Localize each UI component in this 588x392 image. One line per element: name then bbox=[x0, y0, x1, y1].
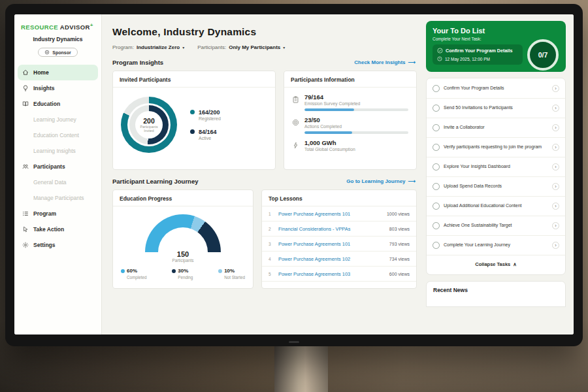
chevron-up-icon: ∧ bbox=[513, 261, 517, 267]
monitor-bezel: RESOURCE ADVISOR+ Industry Dynamics Spon… bbox=[5, 4, 583, 346]
lesson-rank: 4 bbox=[269, 257, 274, 261]
task-row[interactable]: Confirm Your Program Details › bbox=[427, 79, 565, 99]
sidebar-item-general-data[interactable]: General Data bbox=[14, 174, 101, 190]
survey-icon bbox=[292, 94, 299, 111]
task-checkbox[interactable] bbox=[433, 124, 440, 131]
lesson-link[interactable]: Power Purchase Agreements 103 bbox=[278, 271, 385, 277]
chevron-right-icon[interactable]: › bbox=[552, 203, 559, 210]
content-area: Welcome, Industry Dynamics Program: Indu… bbox=[102, 14, 574, 335]
task-label: Upload Spend Data Records bbox=[444, 184, 548, 189]
stat-label: Total Global Consumption bbox=[304, 147, 408, 152]
lesson-views: 734 views bbox=[389, 257, 410, 261]
task-row[interactable]: Send 50 Invitations to Participants › bbox=[427, 99, 565, 118]
program-filter-dropdown[interactable]: Program: Industrialize Zero ▾ bbox=[112, 44, 184, 50]
chevron-right-icon[interactable]: › bbox=[552, 222, 559, 229]
sidebar-item-take-action[interactable]: Take Action bbox=[14, 221, 101, 237]
progress-fill bbox=[304, 108, 354, 111]
task-checkbox[interactable] bbox=[433, 242, 440, 249]
participants-filter-dropdown[interactable]: Participants: Only My Participants ▾ bbox=[197, 44, 285, 50]
legend-label: Active bbox=[199, 136, 217, 140]
task-checkbox[interactable] bbox=[433, 183, 440, 190]
donut-center-label: Participants Invited bbox=[138, 125, 160, 133]
next-task-chip[interactable]: Confirm Your Program Details 12 May 2025… bbox=[433, 44, 523, 65]
book-icon bbox=[22, 101, 29, 107]
todo-title: Your To Do List bbox=[433, 27, 559, 35]
lesson-views: 1000 views bbox=[387, 212, 410, 216]
task-row[interactable]: Invite a Collaborator › bbox=[427, 118, 565, 138]
task-label: Confirm Your Program Details bbox=[444, 86, 548, 91]
todo-progress-ring: 0/7 bbox=[527, 39, 559, 71]
task-checkbox[interactable] bbox=[433, 85, 440, 92]
link-label: Go to Learning Journey bbox=[346, 178, 405, 184]
sidebar-item-manage-participants[interactable]: Manage Participants bbox=[14, 190, 101, 206]
sidebar: RESOURCE ADVISOR+ Industry Dynamics Spon… bbox=[14, 14, 102, 335]
task-row[interactable]: Upload Spend Data Records › bbox=[427, 177, 565, 197]
sidebar-item-participants[interactable]: Participants bbox=[14, 159, 101, 174]
task-row[interactable]: Upload Additional Educational Content › bbox=[427, 197, 565, 216]
lesson-link[interactable]: Financial Considerations - VPPAs bbox=[278, 226, 385, 232]
go-to-learning-journey-link[interactable]: Go to Learning Journey ⟶ bbox=[346, 178, 416, 184]
donut-center-value: 200 bbox=[143, 117, 155, 125]
next-task-label: Confirm Your Program Details bbox=[446, 48, 512, 54]
chevron-right-icon[interactable]: › bbox=[552, 163, 559, 171]
legend-entry-not-started: 10% Not Started bbox=[218, 268, 245, 280]
stat-emission-survey: 79/164 Emission Survey Completed bbox=[292, 93, 408, 111]
sidebar-item-education[interactable]: Education bbox=[14, 96, 101, 112]
task-checkbox[interactable] bbox=[433, 222, 440, 229]
sidebar-item-label: Insights bbox=[33, 85, 55, 91]
lesson-link[interactable]: Power Purchase Agreements 102 bbox=[278, 256, 385, 262]
sidebar-item-label: Home bbox=[33, 69, 49, 76]
logo-secondary: ADVISOR bbox=[60, 24, 90, 31]
task-row[interactable]: Achieve One Sustainability Target › bbox=[427, 216, 565, 236]
task-checkbox[interactable] bbox=[433, 163, 440, 171]
sidebar-item-learning-journey[interactable]: Learning Journey bbox=[14, 112, 101, 127]
sidebar-item-home[interactable]: Home bbox=[18, 65, 98, 80]
sidebar-item-label: Manage Participants bbox=[33, 195, 84, 201]
lesson-link[interactable]: Power Purchase Agreements 101 bbox=[278, 241, 385, 247]
task-checkbox[interactable] bbox=[433, 203, 440, 210]
chevron-right-icon[interactable]: › bbox=[552, 242, 559, 249]
stat-label: Emission Survey Completed bbox=[304, 101, 408, 106]
sponsor-badge-label: Sponsor bbox=[52, 50, 71, 55]
program-filter-value: Industrialize Zero bbox=[137, 44, 180, 50]
card-title: Education Progress bbox=[113, 190, 253, 206]
task-label: Invite a Collaborator bbox=[444, 125, 548, 131]
todo-column: Your To Do List Complete Your Next Task:… bbox=[425, 14, 574, 335]
chevron-right-icon[interactable]: › bbox=[552, 183, 559, 190]
home-icon bbox=[22, 69, 29, 76]
gauge-center-label: Participants bbox=[145, 258, 221, 263]
lesson-row: 1 Power Purchase Agreements 101 1000 vie… bbox=[262, 206, 416, 221]
chevron-right-icon[interactable]: › bbox=[552, 124, 559, 131]
chevron-right-icon[interactable]: › bbox=[552, 144, 559, 151]
sidebar-item-program[interactable]: Program bbox=[14, 206, 101, 221]
invited-donut-chart: 200 Participants Invited bbox=[121, 97, 177, 153]
participants-filter-value: Only My Participants bbox=[229, 44, 280, 50]
task-checkbox[interactable] bbox=[433, 105, 440, 112]
collapse-tasks-link[interactable]: Collapse Tasks ∧ bbox=[427, 255, 565, 274]
lesson-link[interactable]: Power Purchase Agreements 101 bbox=[278, 211, 382, 217]
lesson-row: 3 Power Purchase Agreements 101 793 view… bbox=[262, 237, 416, 252]
lesson-rank: 2 bbox=[269, 227, 274, 231]
lesson-views: 793 views bbox=[389, 242, 410, 246]
sidebar-item-insights[interactable]: Insights bbox=[14, 80, 101, 96]
sidebar-item-learning-insights[interactable]: Learning Insights bbox=[14, 143, 101, 159]
legend-value: 10% bbox=[224, 268, 235, 274]
chevron-right-icon[interactable]: › bbox=[552, 85, 559, 92]
chevron-right-icon[interactable]: › bbox=[552, 105, 559, 112]
task-row[interactable]: Verify participants requesting to join t… bbox=[427, 138, 565, 157]
progress-track bbox=[304, 131, 408, 134]
lesson-views: 600 views bbox=[389, 272, 410, 276]
card-title: Top Lessons bbox=[262, 190, 416, 206]
lesson-row: 4 Power Purchase Agreements 102 734 view… bbox=[262, 252, 416, 267]
task-row[interactable]: Explore Your Insights Dashboard › bbox=[427, 157, 565, 177]
sidebar-item-label: Take Action bbox=[33, 226, 64, 233]
sponsor-badge[interactable]: Sponsor bbox=[38, 48, 77, 57]
main-column: Welcome, Industry Dynamics Program: Indu… bbox=[102, 14, 425, 335]
task-checkbox[interactable] bbox=[433, 144, 440, 151]
power-led bbox=[289, 341, 299, 343]
lesson-views: 803 views bbox=[389, 227, 410, 231]
task-row[interactable]: Complete Your Learning Journey › bbox=[427, 236, 565, 255]
sidebar-item-settings[interactable]: Settings bbox=[14, 237, 101, 253]
check-more-insights-link[interactable]: Check More Insights ⟶ bbox=[354, 59, 416, 65]
sidebar-item-education-content[interactable]: Education Content bbox=[14, 127, 101, 143]
